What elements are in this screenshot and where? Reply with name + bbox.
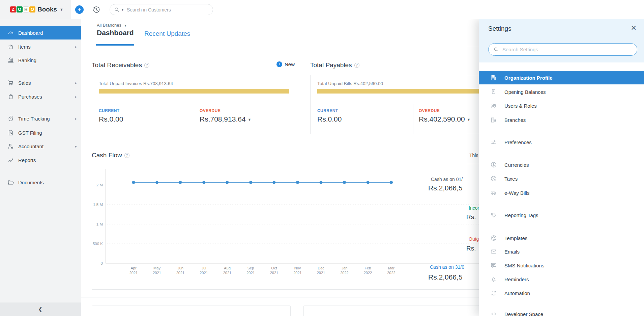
help-icon[interactable]: ? — [144, 63, 149, 68]
cashflow-section-title: Cash Flow? — [92, 152, 129, 159]
settings-item-organization-profile[interactable]: Organization Profile — [479, 71, 644, 84]
page-title: Dashboard — [97, 29, 134, 37]
payables-section-title: Total Payables? — [310, 61, 359, 69]
svg-text:1 M: 1 M — [96, 222, 103, 226]
code-icon — [490, 311, 497, 316]
sidebar-item-gst-filing[interactable]: GST Filing — [0, 126, 81, 139]
cash-end-value: Rs.2,066,5 — [428, 273, 463, 281]
svg-text:2022: 2022 — [340, 271, 348, 275]
global-search-input[interactable] — [127, 7, 209, 12]
sidebar-item-documents[interactable]: Documents — [0, 176, 81, 189]
settings-item-developer-space[interactable]: Developer Space — [479, 307, 644, 316]
sidebar-item-label: Dashboard — [18, 30, 43, 36]
svg-text:0: 0 — [101, 261, 103, 265]
sidebar-item-label: Time Tracking — [18, 116, 50, 122]
cash-start-label: Cash as on 01/ — [431, 177, 463, 182]
sidebar-item-reports[interactable]: Reports — [0, 153, 81, 167]
accountant-person-icon — [7, 143, 14, 150]
settings-item-label: Taxes — [504, 176, 518, 182]
new-invoice-button[interactable]: + New — [276, 61, 295, 67]
cashflow-period-dropdown[interactable]: This — [469, 153, 478, 158]
settings-item-emails[interactable]: Emails — [479, 245, 644, 258]
settings-item-reminders[interactable]: Reminders — [479, 272, 644, 286]
quick-create-button[interactable]: + — [75, 5, 84, 14]
settings-item-label: Templates — [504, 235, 527, 241]
settings-item-templates[interactable]: Templates — [479, 231, 644, 245]
svg-text:1.5 M: 1.5 M — [93, 203, 103, 207]
branch-selector[interactable]: All Branches ▼ — [97, 23, 127, 28]
sidebar-item-accountant[interactable]: Accountant ▸ — [0, 139, 81, 153]
help-icon[interactable]: ? — [124, 153, 129, 158]
sidebar-item-label: Purchases — [18, 94, 42, 100]
branch-selector-label: All Branches — [97, 23, 121, 28]
global-search[interactable]: ▼ — [110, 4, 213, 15]
help-icon[interactable]: ? — [354, 63, 359, 68]
settings-item-opening-balances[interactable]: Opening Balances — [479, 85, 644, 99]
settings-title: Settings — [488, 25, 511, 32]
sidebar-item-time-tracking[interactable]: Time Tracking ▸ — [0, 112, 81, 125]
sidebar-item-sales[interactable]: Sales ▸ — [0, 76, 81, 89]
sidebar-item-banking[interactable]: Banking — [0, 53, 81, 67]
reports-chart-icon — [7, 157, 14, 163]
settings-search[interactable] — [488, 43, 637, 56]
top-bar: Z O H O Books ▼ + ▼ Zylker ▼ — [0, 0, 644, 19]
cash-end-link[interactable]: Cash as on 31/0 — [430, 264, 464, 270]
close-icon[interactable]: ✕ — [631, 24, 637, 32]
users-icon — [490, 102, 497, 109]
app-logo[interactable]: Z O H O Books ▼ — [0, 0, 71, 19]
settings-item-label: Branches — [504, 117, 526, 123]
expand-chevron-icon: ▸ — [75, 45, 77, 49]
tag-icon — [490, 212, 497, 218]
overdue-label: OVERDUE — [200, 108, 221, 113]
sidebar-item-label: Reports — [18, 157, 36, 163]
dropdown-caret-icon: ▼ — [467, 117, 471, 122]
current-label: CURRENT — [99, 108, 119, 113]
recent-history-icon[interactable] — [92, 6, 100, 14]
svg-text:2021: 2021 — [200, 271, 208, 275]
expand-chevron-icon: ▸ — [75, 117, 77, 121]
settings-item-branches[interactable]: Branches — [479, 113, 644, 127]
settings-item-label: Opening Balances — [504, 89, 546, 95]
search-scope-dropdown-icon[interactable]: ▼ — [121, 8, 124, 11]
cashflow-line-chart: 0500 K1 M1.5 M2 MApr2021May2021Jun2021Ju… — [92, 164, 516, 289]
sidebar-item-purchases[interactable]: Purchases ▸ — [0, 90, 81, 103]
opening-balances-icon — [490, 88, 497, 95]
settings-panel: Settings ✕ Organization Profile Opening … — [479, 19, 644, 316]
svg-text:2 M: 2 M — [96, 183, 103, 187]
svg-text:2021: 2021 — [153, 271, 161, 275]
svg-text:Apr: Apr — [130, 266, 136, 270]
receivables-progress-bar — [99, 89, 289, 94]
overdue-amount[interactable]: Rs.402,590.00▼ — [419, 115, 471, 123]
settings-item-eway-bills[interactable]: e-Way Bills — [479, 186, 644, 200]
settings-item-sms-notifications[interactable]: SMS Notifications — [479, 259, 644, 272]
sidebar-item-label: Items — [18, 44, 31, 50]
settings-item-taxes[interactable]: Taxes — [479, 172, 644, 185]
sidebar-item-items[interactable]: Items ▸ — [0, 40, 81, 53]
documents-folder-icon — [7, 179, 14, 186]
current-amount: Rs.0.00 — [317, 115, 342, 123]
incoming-value: Rs. — [466, 213, 476, 221]
settings-search-input[interactable] — [502, 47, 632, 52]
settings-item-users-roles[interactable]: Users & Roles — [479, 99, 644, 112]
svg-text:Jul: Jul — [201, 266, 206, 270]
svg-text:2022: 2022 — [364, 271, 372, 275]
settings-item-label: Currencies — [504, 162, 529, 168]
settings-item-label: Reporting Tags — [504, 212, 538, 218]
tab-recent-updates[interactable]: Recent Updates — [144, 30, 190, 37]
svg-text:500 K: 500 K — [93, 242, 103, 246]
sidebar-collapse-button[interactable]: ❮ — [0, 302, 81, 316]
overdue-amount[interactable]: Rs.708,913.64▼ — [200, 115, 252, 123]
expand-chevron-icon: ▸ — [75, 95, 77, 99]
gst-document-icon — [7, 129, 14, 136]
settings-item-currencies[interactable]: Currencies — [479, 158, 644, 172]
eway-truck-icon — [490, 189, 497, 196]
settings-item-automation[interactable]: Automation — [479, 286, 644, 300]
chevron-down-icon[interactable]: ▼ — [60, 7, 63, 11]
tax-percent-icon — [490, 175, 497, 182]
sidebar-item-dashboard[interactable]: Dashboard — [0, 26, 81, 40]
settings-item-reporting-tags[interactable]: Reporting Tags — [479, 208, 644, 222]
svg-text:Feb: Feb — [365, 266, 371, 270]
receivables-card: Total Unpaid Invoices Rs.708,913.64 CURR… — [92, 75, 296, 134]
settings-item-preferences[interactable]: Preferences — [479, 135, 644, 149]
unpaid-bills-summary: Total Unpaid Bills Rs.402,590.00 — [317, 81, 383, 86]
